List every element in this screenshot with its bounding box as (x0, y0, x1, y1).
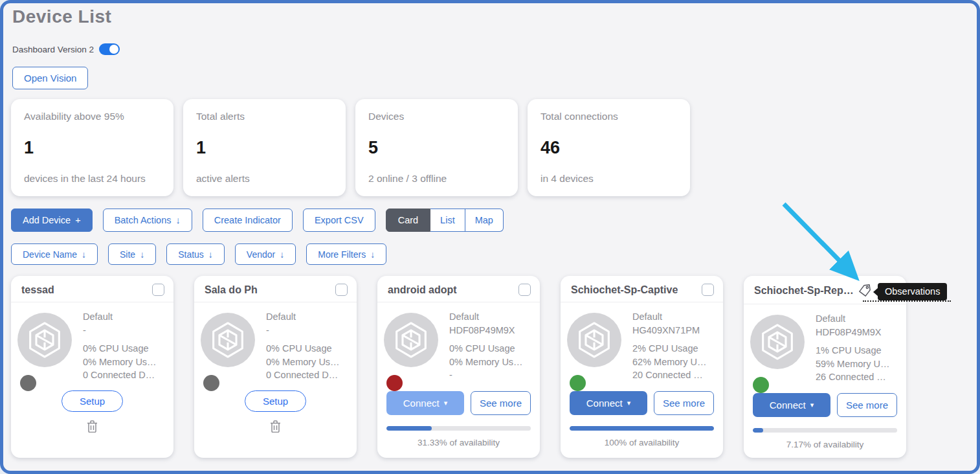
vendor-logo-icon (201, 313, 255, 367)
down-arrow-icon: ↓ (280, 249, 284, 260)
see-more-button[interactable]: See more (471, 391, 531, 415)
vendor-logo-icon (384, 313, 438, 367)
status-dot (203, 375, 219, 391)
device-cards-row: tessad Default - 0% CPU Usage 0% Memory … (11, 276, 972, 458)
stat-title: Total alerts (196, 111, 333, 122)
device-card-android-adopt: android adopt Default HDF08P49M9X 0% CPU… (377, 276, 540, 458)
device-memory: 62% Memory U… (632, 356, 706, 369)
device-cpu: 1% CPU Usage (816, 344, 889, 357)
filter-device-name[interactable]: Device Name ↓ (11, 243, 98, 265)
view-switcher: Card List Map (386, 209, 504, 232)
stat-title: Availability above 95% (24, 111, 161, 122)
device-avatar (567, 309, 627, 382)
filter-label: Vendor (247, 249, 275, 260)
toggle-knob (109, 45, 118, 54)
stat-value: 5 (368, 138, 505, 158)
see-more-button[interactable]: See more (837, 393, 897, 417)
stat-card-total-connections: Total connections 46 in 4 devices (528, 99, 690, 196)
annotation-arrow-icon (778, 199, 872, 291)
down-arrow-icon: ↓ (82, 249, 86, 260)
stat-value: 1 (196, 138, 333, 158)
stat-subtitle: in 4 devices (540, 173, 677, 185)
filter-more-filters[interactable]: More Filters ↓ (306, 243, 386, 265)
device-site: Default (83, 310, 157, 324)
caret-down-icon: ▾ (444, 399, 448, 407)
device-avatar (17, 309, 77, 382)
vendor-logo-icon (567, 313, 621, 367)
create-indicator-button[interactable]: Create Indicator (203, 209, 293, 232)
device-name: Sala do Ph (205, 284, 258, 296)
view-tab-card[interactable]: Card (386, 209, 430, 232)
device-connected: - (449, 368, 523, 382)
stat-title: Devices (368, 111, 505, 122)
device-name: android adopt (388, 284, 457, 296)
setup-button[interactable]: Setup (245, 390, 306, 412)
caret-down-icon: ▾ (627, 399, 631, 407)
device-select-checkbox[interactable] (335, 284, 348, 296)
device-memory: 59% Memory U… (816, 357, 889, 371)
device-site: Default (266, 310, 340, 324)
device-name: Schiochet-Sp-Captive (571, 284, 678, 296)
down-arrow-icon: ↓ (208, 249, 213, 260)
down-arrow-icon: ↓ (140, 249, 144, 260)
stat-card-total-alerts: Total alerts 1 active alerts (183, 99, 346, 196)
device-connected: 0 Connected D… (83, 368, 157, 382)
device-site: Default (632, 310, 706, 324)
filter-label: Status (178, 249, 204, 260)
device-card-sala-do-ph: Sala do Ph Default - 0% CPU Usage 0% Mem… (194, 276, 357, 458)
availability-progress (570, 426, 714, 431)
device-site: Default (449, 310, 523, 324)
setup-button[interactable]: Setup (61, 390, 123, 412)
open-vision-button[interactable]: Open Vision (12, 67, 88, 89)
availability-progress (753, 428, 897, 433)
stat-subtitle: 2 online / 3 offline (368, 173, 505, 185)
filter-site[interactable]: Site ↓ (108, 243, 156, 265)
availability-progress-fill (570, 426, 714, 431)
see-more-button[interactable]: See more (654, 391, 714, 415)
device-select-checkbox[interactable] (702, 284, 714, 296)
page-title: Device List (12, 6, 972, 27)
view-tab-map[interactable]: Map (465, 209, 504, 232)
connect-button[interactable]: Connect ▾ (386, 391, 464, 415)
device-connected: 26 Connected … (816, 370, 889, 384)
batch-actions-button[interactable]: Batch Actions ↓ (103, 209, 192, 232)
add-device-button[interactable]: Add Device + (11, 209, 93, 232)
dashboard-version-toggle[interactable] (99, 43, 120, 55)
filter-status[interactable]: Status ↓ (166, 243, 225, 265)
stat-value: 46 (540, 138, 677, 158)
connect-label: Connect (770, 400, 806, 411)
availability-label: 100% of availability (561, 438, 723, 447)
status-dot (753, 377, 769, 393)
stat-card-availability: Availability above 95% 1 devices in the … (11, 99, 173, 196)
connect-button[interactable]: Connect ▾ (570, 391, 647, 415)
device-serial: HG409XN71PM (632, 324, 706, 337)
delete-device-button[interactable] (270, 420, 281, 435)
device-list-page: Device List Dashboard Version 2 Open Vis… (0, 0, 980, 474)
device-select-checkbox[interactable] (518, 284, 531, 296)
device-connected: 0 Connected D… (266, 368, 340, 382)
device-avatar (201, 309, 260, 382)
connect-button[interactable]: Connect ▾ (753, 393, 830, 417)
device-select-checkbox[interactable] (152, 284, 164, 296)
device-cpu: 0% CPU Usage (266, 342, 340, 356)
down-arrow-icon: ↓ (175, 215, 180, 225)
dashboard-version-toggle-row: Dashboard Version 2 (12, 43, 972, 55)
filter-label: Site (120, 249, 135, 260)
vendor-logo-icon (750, 315, 805, 369)
export-csv-button[interactable]: Export CSV (303, 209, 375, 232)
device-serial: HDF08P49M9X (449, 324, 523, 337)
observations-tooltip: Observations (878, 283, 947, 300)
device-cpu: 2% CPU Usage (632, 342, 706, 356)
filter-vendor[interactable]: Vendor ↓ (235, 243, 296, 265)
device-serial: - (266, 324, 340, 337)
view-tab-list[interactable]: List (430, 209, 465, 232)
device-card-schiochet-sp-captive: Schiochet-Sp-Captive Default HG409XN71PM… (561, 276, 723, 458)
device-connected: 20 Connected … (632, 368, 706, 382)
device-memory: 0% Memory Us… (449, 356, 523, 369)
delete-device-button[interactable] (87, 420, 98, 435)
device-serial: - (83, 324, 157, 337)
stats-row: Availability above 95% 1 devices in the … (11, 99, 972, 196)
stat-subtitle: devices in the last 24 hours (24, 173, 161, 185)
status-dot (20, 375, 36, 391)
device-site: Default (816, 312, 889, 326)
